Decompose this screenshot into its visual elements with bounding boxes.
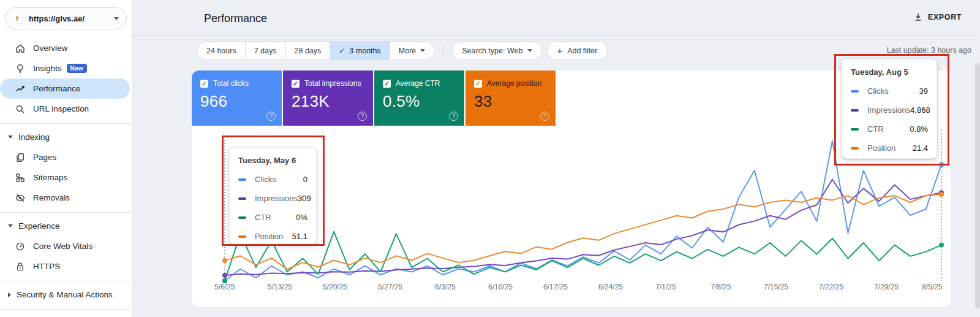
ctr-swatch	[238, 216, 246, 219]
range-3-months[interactable]: ✓ 3 months	[330, 42, 389, 59]
scrollbar-thumb[interactable]	[975, 63, 980, 308]
impressions-point	[222, 273, 227, 278]
sidebar-divider	[0, 281, 132, 281]
sidebar-item-label: URL inspection	[33, 104, 89, 113]
export-button[interactable]: EXPORT	[913, 12, 962, 22]
position-point	[222, 258, 227, 263]
x-axis-label: 6/24/25	[598, 283, 623, 291]
clicks-point	[939, 162, 944, 167]
sidebar-section-security[interactable]: Security & Manual Actions	[0, 285, 132, 305]
checkbox-icon[interactable]: ✓	[200, 80, 208, 88]
ctr-swatch	[851, 128, 859, 131]
sidebar-item-label: Insights	[33, 64, 62, 73]
filter-bar: 24 hours 7 days 28 days ✓ 3 months More …	[197, 41, 612, 60]
sidebar-divider	[0, 123, 132, 124]
sidebar-section-indexing[interactable]: Indexing	[0, 127, 132, 147]
impressions-swatch	[238, 197, 246, 200]
checkbox-icon[interactable]: ✓	[292, 80, 300, 88]
sidebar-item-label: Core Web Vitals	[33, 242, 92, 251]
x-axis-label: 5/20/25	[323, 283, 347, 291]
speedometer-icon	[15, 241, 26, 252]
chevron-down-icon	[8, 136, 13, 139]
x-axis-label: 7/1/25	[655, 283, 676, 291]
section-label: Experience	[18, 221, 60, 231]
trending-up-icon	[15, 83, 26, 94]
help-icon[interactable]: ?	[540, 112, 549, 121]
position-swatch	[851, 147, 859, 150]
chevron-right-icon	[8, 292, 11, 297]
sidebar-item-https[interactable]: HTTPS	[0, 256, 132, 277]
x-axis-label: 5/27/25	[378, 283, 402, 291]
card-value: 0.5%	[383, 92, 457, 111]
x-axis-label: 5/13/25	[268, 283, 292, 291]
property-url: https://glvs.ae/	[29, 14, 114, 23]
sidebar-divider	[0, 212, 132, 213]
tooltip-date: Tuesday, Aug 5	[851, 67, 928, 77]
checkbox-icon[interactable]: ✓	[383, 80, 391, 88]
pages-icon	[15, 152, 26, 163]
sidebar-item-label: Removals	[33, 193, 70, 202]
sidebar: https://glvs.ae/ Overview Insights New P…	[0, 0, 132, 317]
position-point	[939, 192, 944, 197]
sidebar-item-url-inspection[interactable]: URL inspection	[0, 99, 132, 119]
sidebar-item-label: Pages	[33, 153, 56, 162]
metric-cards: ✓ Total clicks 966 ? ✓ Total impressions…	[192, 71, 556, 126]
card-label: Total impressions	[304, 79, 361, 88]
header-divider	[132, 35, 980, 36]
range-28-days[interactable]: 28 days	[285, 42, 330, 59]
impressions-swatch	[851, 109, 859, 112]
sidebar-item-sitemaps[interactable]: Sitemaps	[0, 167, 132, 188]
add-filter-button[interactable]: + Add filter	[547, 41, 607, 60]
checkbox-icon[interactable]: ✓	[474, 80, 482, 88]
sidebar-item-pages[interactable]: Pages	[0, 147, 132, 167]
property-selector[interactable]: https://glvs.ae/	[5, 7, 127, 29]
main-content: Performance EXPORT 24 hours 7 days 28 da…	[132, 0, 980, 317]
chevron-down-icon	[8, 224, 13, 227]
ctr-line	[225, 232, 941, 281]
tooltip-date: Tuesday, May 6	[238, 156, 307, 165]
range-24-hours[interactable]: 24 hours	[198, 42, 245, 59]
check-icon: ✓	[339, 47, 345, 55]
card-value: 33	[474, 92, 548, 111]
help-icon[interactable]: ?	[358, 112, 367, 121]
search-icon	[15, 104, 26, 115]
filter-separator	[443, 44, 443, 58]
sidebar-item-performance[interactable]: Performance	[0, 78, 130, 99]
chevron-down-icon	[420, 49, 425, 52]
help-icon[interactable]: ?	[266, 112, 276, 121]
sidebar-item-core-web-vitals[interactable]: Core Web Vitals	[0, 236, 132, 256]
section-label: Indexing	[18, 132, 50, 142]
clicks-line	[225, 141, 941, 281]
plus-icon: +	[557, 45, 562, 56]
average-ctr-card[interactable]: ✓ Average CTR 0.5% ?	[374, 71, 464, 126]
sidebar-section-experience[interactable]: Experience	[0, 216, 132, 236]
ctr-point	[939, 243, 944, 248]
clicks-swatch	[238, 178, 246, 181]
scrollbar-track	[975, 0, 980, 317]
sidebar-item-overview[interactable]: Overview	[0, 38, 132, 58]
x-axis-label: 7/22/25	[819, 283, 843, 291]
lock-icon	[15, 261, 26, 272]
sidebar-item-label: Sitemaps	[33, 173, 67, 182]
x-axis-label: 8/5/25	[922, 283, 943, 291]
last-update-text: Last update: 3 hours ago	[887, 46, 971, 55]
help-icon[interactable]: ?	[449, 112, 458, 121]
new-badge: New	[67, 64, 87, 74]
chevron-down-icon	[527, 49, 532, 52]
chart-tooltip-aug5: Tuesday, Aug 5 Clicks39 Impressions4,868…	[842, 59, 937, 159]
search-type-filter[interactable]: Search type: Web	[452, 41, 542, 60]
total-clicks-card[interactable]: ✓ Total clicks 966 ?	[192, 71, 282, 126]
chevron-down-icon	[114, 17, 119, 20]
total-impressions-card[interactable]: ✓ Total impressions 213K ?	[283, 71, 373, 126]
range-7-days[interactable]: 7 days	[245, 42, 285, 59]
eye-off-icon	[15, 193, 26, 204]
card-label: Average CTR	[396, 79, 440, 88]
sidebar-item-label: HTTPS	[33, 262, 60, 271]
sidebar-item-insights[interactable]: Insights New	[0, 58, 132, 78]
sidebar-item-removals[interactable]: Removals	[0, 188, 132, 208]
range-more-button[interactable]: More	[390, 42, 434, 59]
x-axis-label: 7/29/25	[874, 283, 899, 291]
card-value: 213K	[292, 92, 366, 111]
average-position-card[interactable]: ✓ Average position 33 ?	[466, 71, 556, 126]
clicks-swatch	[851, 90, 859, 93]
